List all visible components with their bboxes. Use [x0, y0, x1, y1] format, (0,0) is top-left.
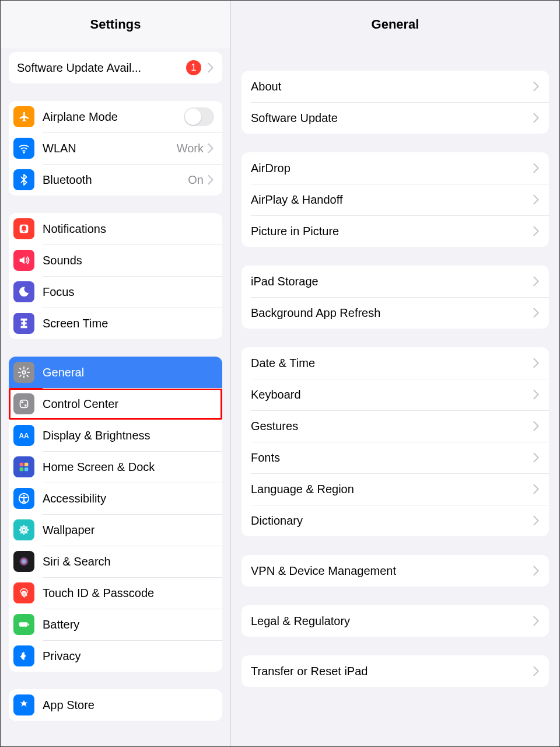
content-row[interactable]: Language & Region: [242, 473, 549, 505]
content-row[interactable]: Fonts: [242, 442, 549, 473]
sidebar-item-touchid[interactable]: Touch ID & Passcode: [9, 577, 222, 609]
settings-sidebar: Settings Software Update Avail... 1 Airp…: [1, 1, 231, 746]
content-row[interactable]: Date & Time: [242, 347, 549, 379]
content-row[interactable]: VPN & Device Management: [242, 555, 549, 587]
controlcenter-icon: [13, 393, 34, 414]
focus-icon: [13, 281, 34, 302]
svg-rect-9: [24, 463, 28, 466]
general-group: GeneralControl CenterAADisplay & Brightn…: [9, 357, 222, 672]
chevron-right-icon: [533, 194, 540, 205]
svg-rect-8: [20, 463, 23, 466]
store-group: App Store: [9, 689, 222, 721]
sidebar-item-label: Notifications: [43, 222, 214, 236]
content-row-label: Language & Region: [251, 483, 533, 496]
svg-point-3: [22, 371, 26, 374]
sidebar-item-label: Bluetooth: [43, 173, 188, 187]
airplane-toggle[interactable]: [184, 107, 214, 126]
sidebar-item-display[interactable]: AADisplay & Brightness: [9, 420, 222, 451]
content-row[interactable]: About: [242, 71, 549, 102]
content-pane: General AboutSoftware UpdateAirDropAirPl…: [231, 1, 559, 746]
airplane-icon: [13, 106, 34, 127]
content-row[interactable]: Software Update: [242, 102, 549, 134]
sidebar-item-accessibility[interactable]: Accessibility: [9, 483, 222, 514]
content-row[interactable]: AirPlay & Handoff: [242, 184, 549, 215]
content-row[interactable]: Background App Refresh: [242, 297, 549, 329]
sidebar-item-label: Display & Brightness: [43, 429, 214, 442]
chevron-right-icon: [533, 113, 540, 123]
appstore-icon: [13, 694, 34, 715]
accessibility-icon: [13, 488, 34, 509]
network-group: Airplane ModeWLANWorkBluetoothOn: [9, 101, 222, 196]
software-update-banner[interactable]: Software Update Avail... 1: [9, 52, 222, 83]
content-row[interactable]: Keyboard: [242, 379, 549, 410]
svg-rect-11: [24, 467, 28, 471]
bluetooth-icon: [13, 169, 34, 190]
sidebar-item-notifications[interactable]: Notifications: [9, 213, 222, 245]
sidebar-item-wallpaper[interactable]: Wallpaper: [9, 514, 222, 546]
chevron-right-icon: [533, 276, 540, 287]
battery-icon: [13, 614, 34, 635]
content-row[interactable]: Transfer or Reset iPad: [242, 655, 549, 687]
touchid-icon: [13, 582, 34, 603]
content-row-label: Transfer or Reset iPad: [251, 665, 533, 678]
content-row[interactable]: Picture in Picture: [242, 215, 549, 247]
sidebar-item-label: Control Center: [43, 397, 214, 411]
content-row[interactable]: Gestures: [242, 410, 549, 442]
wallpaper-icon: [13, 519, 34, 540]
content-row[interactable]: AirDrop: [242, 152, 549, 184]
content-row[interactable]: Dictionary: [242, 505, 549, 536]
chevron-right-icon: [207, 143, 214, 153]
sidebar-item-label: App Store: [43, 699, 214, 712]
sidebar-item-appstore[interactable]: App Store: [9, 689, 222, 721]
content-scroll[interactable]: AboutSoftware UpdateAirDropAirPlay & Han…: [231, 48, 559, 746]
sidebar-item-label: Airplane Mode: [43, 110, 184, 124]
svg-rect-18: [28, 623, 29, 626]
content-row-label: Keyboard: [251, 388, 533, 402]
content-row-label: Software Update: [251, 111, 533, 125]
chevron-right-icon: [207, 62, 214, 73]
svg-point-6: [24, 404, 27, 407]
privacy-icon: [13, 645, 34, 666]
content-group: iPad StorageBackground App Refresh: [242, 266, 549, 329]
chevron-right-icon: [533, 389, 540, 400]
sidebar-item-bluetooth[interactable]: BluetoothOn: [9, 164, 222, 196]
sidebar-item-label: Privacy: [43, 650, 214, 663]
svg-text:AA: AA: [19, 432, 29, 440]
siri-icon: [13, 551, 34, 572]
svg-rect-10: [20, 467, 23, 471]
sidebar-item-label: Battery: [43, 618, 214, 631]
chevron-right-icon: [533, 484, 540, 494]
svg-rect-17: [19, 622, 28, 626]
chevron-right-icon: [533, 421, 540, 431]
sidebar-item-label: Sounds: [43, 254, 214, 267]
content-group: AboutSoftware Update: [242, 71, 549, 134]
banner-label: Software Update Avail...: [17, 61, 186, 75]
sidebar-item-sounds[interactable]: Sounds: [9, 245, 222, 276]
content-row-label: Legal & Regulatory: [251, 615, 533, 628]
sidebar-item-privacy[interactable]: Privacy: [9, 640, 222, 672]
sidebar-item-focus[interactable]: Focus: [9, 276, 222, 308]
chevron-right-icon: [533, 666, 540, 676]
wlan-icon: [13, 138, 34, 159]
sidebar-item-siri[interactable]: Siri & Search: [9, 546, 222, 577]
sidebar-item-general[interactable]: General: [9, 357, 222, 388]
sidebar-scroll[interactable]: Software Update Avail... 1 Airplane Mode…: [1, 48, 230, 746]
sidebar-item-label: Wallpaper: [43, 523, 214, 537]
content-title: General: [231, 1, 559, 48]
content-row-label: AirPlay & Handoff: [251, 193, 533, 207]
sidebar-item-controlcenter[interactable]: Control Center: [9, 388, 222, 420]
sidebar-item-screentime[interactable]: Screen Time: [9, 308, 222, 339]
sidebar-item-wlan[interactable]: WLANWork: [9, 132, 222, 164]
sidebar-item-airplane[interactable]: Airplane Mode: [9, 101, 222, 132]
content-row[interactable]: Legal & Regulatory: [242, 605, 549, 637]
svg-point-2: [23, 231, 25, 232]
banner-badge: 1: [186, 60, 201, 75]
svg-point-15: [21, 527, 27, 533]
sidebar-item-battery[interactable]: Battery: [9, 609, 222, 640]
sidebar-item-label: WLAN: [43, 142, 177, 155]
content-group: Transfer or Reset iPad: [242, 655, 549, 687]
content-group: Legal & Regulatory: [242, 605, 549, 637]
content-row[interactable]: iPad Storage: [242, 266, 549, 297]
sidebar-item-homescreen[interactable]: Home Screen & Dock: [9, 451, 222, 483]
content-row-label: About: [251, 80, 533, 93]
